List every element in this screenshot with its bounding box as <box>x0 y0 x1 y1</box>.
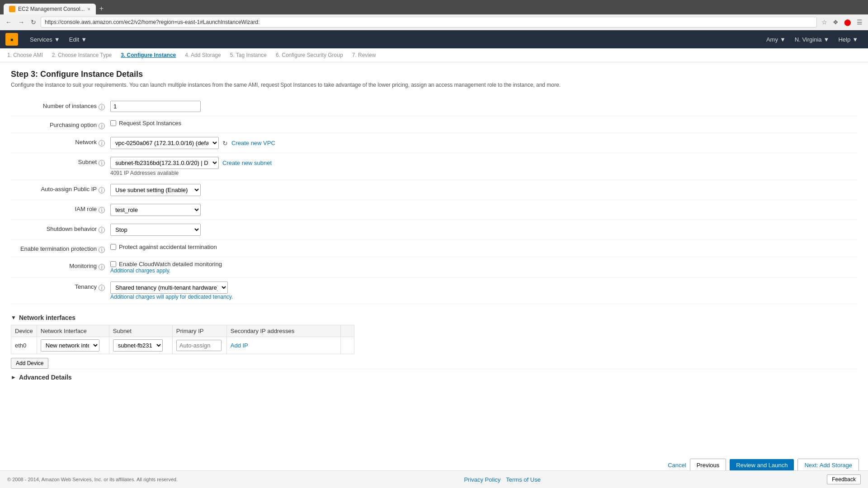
network-label: Network i <box>11 137 110 146</box>
region-chevron: ▼ <box>824 36 830 43</box>
main-content: Step 3: Configure Instance Details Confi… <box>0 62 868 393</box>
steps-bar: 1. Choose AMI 2. Choose Instance Type 3.… <box>0 48 868 62</box>
aws-logo-text: ■ <box>10 37 13 42</box>
active-tab[interactable]: EC2 Management Consol... × <box>4 4 96 14</box>
step-2[interactable]: 2. Choose Instance Type <box>52 52 112 58</box>
step-4[interactable]: 4. Add Storage <box>185 52 221 58</box>
circle-icon[interactable]: ⬤ <box>842 18 853 27</box>
browser-chrome: EC2 Management Consol... × + <box>0 0 868 14</box>
services-menu[interactable]: Services ▼ <box>25 30 65 48</box>
termination-label: Enable termination protection i <box>11 244 110 253</box>
region-menu[interactable]: N. Virginia ▼ <box>790 30 834 48</box>
menu-icon[interactable]: ☰ <box>855 18 864 27</box>
step-3[interactable]: 3. Configure Instance <box>121 52 176 58</box>
advanced-details-label: Advanced Details <box>19 374 72 381</box>
help-menu[interactable]: Help ▼ <box>834 30 863 48</box>
device-cell: eth0 <box>11 337 37 354</box>
aws-logo: ■ <box>5 33 18 46</box>
step-6[interactable]: 6. Configure Security Group <box>276 52 343 58</box>
form-section: Number of instances i Purchasing option … <box>11 97 857 304</box>
create-vpc-link[interactable]: Create new VPC <box>231 140 275 146</box>
num-instances-field <box>110 101 857 112</box>
reload-btn[interactable]: ↻ <box>29 18 38 27</box>
network-info-icon[interactable]: i <box>99 140 105 146</box>
network-refresh-btn[interactable]: ↻ <box>222 140 228 147</box>
network-row: Network i vpc-0250a067 (172.31.0.0/16) (… <box>11 133 857 153</box>
new-tab-btn[interactable]: + <box>96 3 107 14</box>
table-row: eth0 New network interfac... subnet-fb23… <box>11 337 354 354</box>
step-7[interactable]: 7. Review <box>352 52 376 58</box>
step-1[interactable]: 1. Choose AMI <box>7 52 43 58</box>
aws-topnav: ■ Services ▼ Edit ▼ Amy ▼ N. Virginia ▼ … <box>0 30 868 48</box>
auto-assign-ip-select[interactable]: Use subnet setting (Enable) <box>110 184 201 196</box>
tenancy-info-icon[interactable]: i <box>99 285 105 291</box>
subnet-label: Subnet i <box>11 157 110 166</box>
ni-toggle-icon: ▼ <box>11 314 16 321</box>
star-icon[interactable]: ☆ <box>820 18 829 27</box>
iam-role-select[interactable]: test_role <box>110 204 201 216</box>
th-secondary-ip: Secondary IP addresses <box>226 325 340 337</box>
services-chevron: ▼ <box>54 36 60 43</box>
spot-instances-checkbox[interactable] <box>110 120 116 126</box>
subnet-row: Subnet i subnet-fb2316bd(172.31.0.0/20) … <box>11 153 857 180</box>
address-bar[interactable] <box>41 17 817 28</box>
auto-assign-ip-field: Use subnet setting (Enable) <box>110 184 857 196</box>
ni-cell: New network interfac... <box>37 337 109 354</box>
auto-assign-ip-row: Auto-assign Public IP i Use subnet setti… <box>11 180 857 200</box>
forward-btn[interactable]: → <box>16 18 26 27</box>
tenancy-field: Shared tenancy (multi-tenant hardware) A… <box>110 282 857 300</box>
subnet-select[interactable]: subnet-fb2316bd(172.31.0.0/20) | Default… <box>110 157 219 169</box>
monitoring-info-icon[interactable]: i <box>99 264 105 270</box>
subnet-field: subnet-fb2316bd(172.31.0.0/20) | Default… <box>110 157 857 176</box>
monitoring-checkbox[interactable] <box>110 261 116 267</box>
create-subnet-link[interactable]: Create new subnet <box>222 160 272 166</box>
add-ip-link[interactable]: Add IP <box>231 342 248 349</box>
purchasing-info-icon[interactable]: i <box>99 123 105 129</box>
termination-checkbox[interactable] <box>110 244 116 250</box>
tenancy-select[interactable]: Shared tenancy (multi-tenant hardware) <box>110 282 228 294</box>
termination-checkbox-label[interactable]: Protect against accidental termination <box>110 244 857 250</box>
help-label: Help <box>838 36 850 43</box>
auto-assign-ip-label: Auto-assign Public IP i <box>11 184 110 193</box>
edit-label: Edit <box>69 36 79 43</box>
num-instances-info-icon[interactable]: i <box>99 104 105 110</box>
tab-bar: EC2 Management Consol... × + <box>4 3 864 14</box>
tab-close-btn[interactable]: × <box>87 6 90 12</box>
iam-role-field: test_role <box>110 204 857 216</box>
user-name: Amy <box>766 36 778 43</box>
shutdown-select[interactable]: Stop <box>110 224 201 236</box>
ni-select[interactable]: New network interfac... <box>41 339 99 352</box>
back-btn[interactable]: ← <box>4 18 14 27</box>
step-5[interactable]: 5. Tag Instance <box>230 52 267 58</box>
monitoring-note: Additional charges apply. <box>110 267 857 274</box>
page-title: Step 3: Configure Instance Details <box>11 70 857 79</box>
secondary-ip-cell: Add IP <box>226 337 340 354</box>
monitoring-field: Enable CloudWatch detailed monitoring Ad… <box>110 261 857 274</box>
edit-menu[interactable]: Edit ▼ <box>65 30 91 48</box>
monitoring-label: Monitoring i <box>11 261 110 270</box>
primary-ip-input[interactable] <box>176 340 222 351</box>
add-device-btn[interactable]: Add Device <box>11 358 48 369</box>
network-interfaces-label: Network interfaces <box>19 314 75 321</box>
termination-info-icon[interactable]: i <box>99 247 105 253</box>
ni-subnet-select[interactable]: subnet-fb2316b... <box>113 339 163 352</box>
services-label: Services <box>30 36 52 43</box>
advanced-toggle-icon: ► <box>11 374 16 380</box>
subnet-info-icon[interactable]: i <box>99 160 105 166</box>
user-menu[interactable]: Amy ▼ <box>762 30 790 48</box>
iam-role-label: IAM role i <box>11 204 110 213</box>
spot-instances-checkbox-label[interactable]: Request Spot Instances <box>110 120 857 127</box>
network-interfaces-table: Device Network Interface Subnet Primary … <box>11 325 354 354</box>
th-delete <box>341 325 354 337</box>
iam-role-info-icon[interactable]: i <box>99 207 105 213</box>
network-interfaces-header[interactable]: ▼ Network interfaces <box>11 310 857 325</box>
monitoring-checkbox-label[interactable]: Enable CloudWatch detailed monitoring <box>110 261 857 267</box>
purchasing-option-field: Request Spot Instances <box>110 120 857 127</box>
num-instances-input[interactable] <box>110 101 201 112</box>
shutdown-info-icon[interactable]: i <box>99 227 105 233</box>
advanced-details-header[interactable]: ► Advanced Details <box>11 369 857 385</box>
tab-favicon <box>9 6 15 12</box>
auto-assign-info-icon[interactable]: i <box>99 187 105 193</box>
bookmark-icon[interactable]: ❖ <box>831 18 840 27</box>
network-select[interactable]: vpc-0250a067 (172.31.0.0/16) (default) <box>110 137 219 149</box>
